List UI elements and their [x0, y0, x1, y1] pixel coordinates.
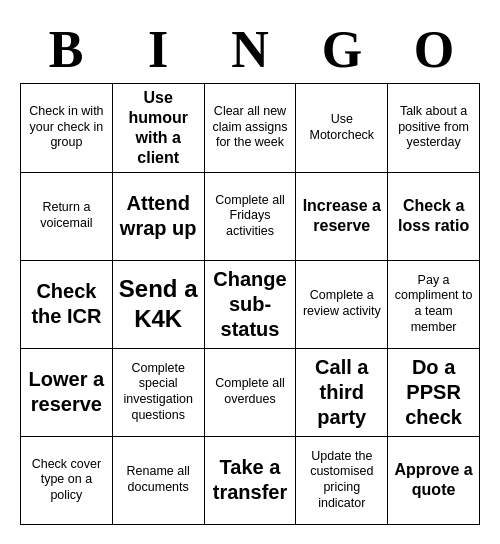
bingo-cell[interactable]: Complete all overdues [205, 349, 297, 437]
bingo-cell[interactable]: Do a PPSR check [388, 349, 480, 437]
bingo-cell[interactable]: Rename all documents [113, 437, 205, 525]
bingo-cell[interactable]: Check a loss ratio [388, 173, 480, 261]
bingo-cell[interactable]: Change sub-status [205, 261, 297, 349]
title-letter: O [391, 20, 477, 79]
bingo-cell[interactable]: Increase a reserve [296, 173, 388, 261]
bingo-title: BINGO [20, 20, 480, 79]
bingo-card: BINGO Check in with your check in groupU… [10, 10, 490, 535]
title-letter: I [115, 20, 201, 79]
bingo-cell[interactable]: Complete a review activity [296, 261, 388, 349]
bingo-cell[interactable]: Approve a quote [388, 437, 480, 525]
bingo-cell[interactable]: Attend wrap up [113, 173, 205, 261]
bingo-cell[interactable]: Call a third party [296, 349, 388, 437]
bingo-cell[interactable]: Check in with your check in group [21, 84, 113, 173]
title-letter: G [299, 20, 385, 79]
bingo-grid: Check in with your check in groupUse hum… [20, 83, 480, 525]
bingo-cell[interactable]: Update the customised pricing indicator [296, 437, 388, 525]
title-letter: N [207, 20, 293, 79]
bingo-cell[interactable]: Use Motorcheck [296, 84, 388, 173]
bingo-cell[interactable]: Clear all new claim assigns for the week [205, 84, 297, 173]
bingo-cell[interactable]: Complete special investigation questions [113, 349, 205, 437]
bingo-cell[interactable]: Send a K4K [113, 261, 205, 349]
title-letter: B [23, 20, 109, 79]
bingo-cell[interactable]: Check cover type on a policy [21, 437, 113, 525]
bingo-cell[interactable]: Take a transfer [205, 437, 297, 525]
bingo-cell[interactable]: Return a voicemail [21, 173, 113, 261]
bingo-cell[interactable]: Talk about a positive from yesterday [388, 84, 480, 173]
bingo-cell[interactable]: Lower a reserve [21, 349, 113, 437]
bingo-cell[interactable]: Use humour with a client [113, 84, 205, 173]
bingo-cell[interactable]: Check the ICR [21, 261, 113, 349]
bingo-cell[interactable]: Pay a compliment to a team member [388, 261, 480, 349]
bingo-cell[interactable]: Complete all Fridays activities [205, 173, 297, 261]
